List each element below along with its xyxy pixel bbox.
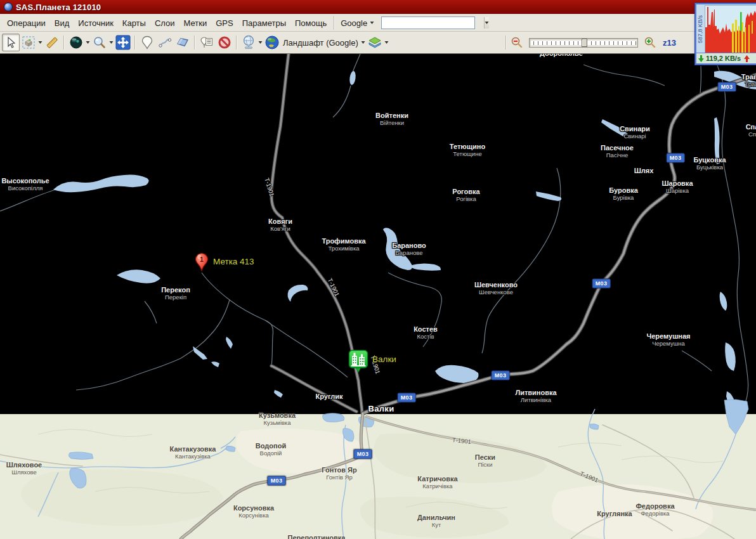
- separator: [63, 36, 65, 49]
- selection-dropdown-arrow[interactable]: [37, 34, 43, 51]
- globe-stand-icon: [241, 35, 256, 50]
- menu-settings[interactable]: Параметры: [238, 16, 290, 30]
- add-placemark-button[interactable]: [138, 34, 156, 51]
- chevron-down-icon: [485, 21, 489, 25]
- search-provider-dropdown[interactable]: Google: [337, 16, 377, 30]
- zoom-group: z13: [503, 34, 676, 51]
- road-badge: М03: [354, 450, 372, 459]
- menu-operations[interactable]: Операции: [3, 16, 50, 30]
- download-dropdown-arrow[interactable]: [257, 34, 263, 51]
- menu-placemarks[interactable]: Метки: [179, 16, 212, 30]
- road-badge: М03: [398, 393, 416, 403]
- magnifier-icon: [93, 36, 107, 49]
- road-badge: М03: [718, 82, 736, 92]
- road-badge: М03: [268, 476, 286, 486]
- window-title: SAS.Планета 121010: [16, 3, 101, 12]
- app-window: SAS.Планета 121010 ОперацииВидИсточникКа…: [0, 0, 756, 539]
- separator: [236, 36, 237, 49]
- dark-globe-icon: [69, 36, 83, 49]
- placemark-valki[interactable]: [348, 349, 368, 375]
- menu-view[interactable]: Вид: [50, 16, 74, 30]
- placemark-list-icon: [200, 36, 214, 49]
- hide-placemarks-button[interactable]: [216, 34, 233, 51]
- road-badge: М03: [667, 153, 685, 163]
- add-polygon-button[interactable]: [174, 34, 192, 51]
- search-dropdown-arrow[interactable]: [108, 34, 114, 51]
- download-arrow-icon: [698, 55, 704, 62]
- prohibition-icon: [218, 36, 231, 49]
- map-tiles: [0, 54, 756, 539]
- city-marker-icon: [348, 349, 368, 373]
- separator: [334, 16, 335, 30]
- svg-text:1: 1: [200, 256, 204, 263]
- layers-button[interactable]: [366, 34, 384, 51]
- red-pin-icon: 1: [195, 252, 209, 272]
- zoom-in-icon: [644, 36, 656, 49]
- main-toolbar: Ландшафт (Google): [0, 32, 756, 54]
- fill-map-button[interactable]: [67, 34, 85, 51]
- download-manager-button[interactable]: [240, 34, 257, 51]
- zoom-out-icon: [511, 36, 523, 49]
- placemark-metka-413-label: Метка 413: [213, 257, 254, 266]
- separator: [194, 36, 195, 49]
- road-badge: М03: [592, 279, 611, 289]
- title-bar[interactable]: SAS.Планета 121010: [0, 0, 756, 14]
- layers-dropdown-arrow[interactable]: [384, 34, 389, 51]
- ruler-icon: [45, 36, 59, 49]
- download-rate-value: 119,2 KB/s: [706, 55, 741, 62]
- fill-dropdown-arrow[interactable]: [85, 34, 91, 51]
- upload-arrow-icon: [744, 55, 750, 62]
- placemark-icon: [141, 36, 153, 49]
- selection-manager-button[interactable]: [20, 34, 37, 51]
- menu-items: ОперацииВидИсточникКартыСлоиМеткиGPSПара…: [3, 15, 331, 31]
- zoom-in-button[interactable]: [642, 35, 658, 50]
- placemark-valki-label: Валки: [372, 354, 396, 364]
- menu-maps[interactable]: Карты: [118, 16, 150, 30]
- rate-status-bar: 119,2 KB/s: [696, 53, 756, 63]
- zoom-slider[interactable]: [529, 38, 638, 48]
- add-path-button[interactable]: [156, 34, 174, 51]
- road-badge: М03: [492, 371, 510, 380]
- fullscreen-icon: [115, 35, 131, 50]
- traffic-graph: [705, 5, 756, 54]
- menu-gps[interactable]: GPS: [211, 16, 237, 30]
- upload-rate-label: 587,8 KB/s: [696, 4, 705, 54]
- network-monitor-window[interactable]: 587,8 KB/s 119,2 KB/s: [695, 3, 756, 65]
- separator: [134, 36, 136, 49]
- map-viewport[interactable]: Доброполье Войтенки Війтенки Тетющино Те…: [0, 54, 756, 539]
- map-source-button[interactable]: [263, 34, 281, 51]
- cursor-icon: [4, 36, 17, 49]
- menu-layers[interactable]: Слои: [150, 16, 179, 30]
- geo-search-input[interactable]: [382, 17, 484, 29]
- ruler-button[interactable]: [43, 34, 61, 51]
- geo-search-combobox[interactable]: [381, 16, 475, 29]
- zoom-out-button[interactable]: [509, 35, 525, 50]
- layers-icon: [367, 35, 382, 50]
- app-icon: [4, 3, 13, 11]
- search-provider-label: Google: [341, 18, 367, 28]
- separator: [505, 36, 507, 49]
- combo-dropdown-button[interactable]: [484, 17, 489, 29]
- zoom-level-label: z13: [663, 38, 676, 48]
- chevron-down-icon: [370, 21, 374, 25]
- polygon-icon: [176, 36, 190, 49]
- placemark-manager-button[interactable]: [198, 34, 216, 51]
- zoom-slider-thumb[interactable]: [582, 39, 587, 47]
- earth-globe-icon: [264, 35, 280, 50]
- select-cursor-button[interactable]: [2, 34, 20, 51]
- selection-box-icon: [22, 36, 36, 49]
- search-button[interactable]: [91, 34, 108, 51]
- menu-bar: ОперацииВидИсточникКартыСлоиМеткиGPSПара…: [0, 14, 756, 32]
- map-type-label[interactable]: Ландшафт (Google): [281, 38, 360, 48]
- menu-help[interactable]: Помощь: [290, 16, 331, 30]
- menu-source[interactable]: Источник: [74, 16, 118, 30]
- placemark-metka-413[interactable]: 1: [195, 252, 209, 275]
- map-type-dropdown-arrow[interactable]: [360, 34, 366, 51]
- path-icon: [158, 36, 172, 49]
- fullscreen-button[interactable]: [114, 34, 132, 51]
